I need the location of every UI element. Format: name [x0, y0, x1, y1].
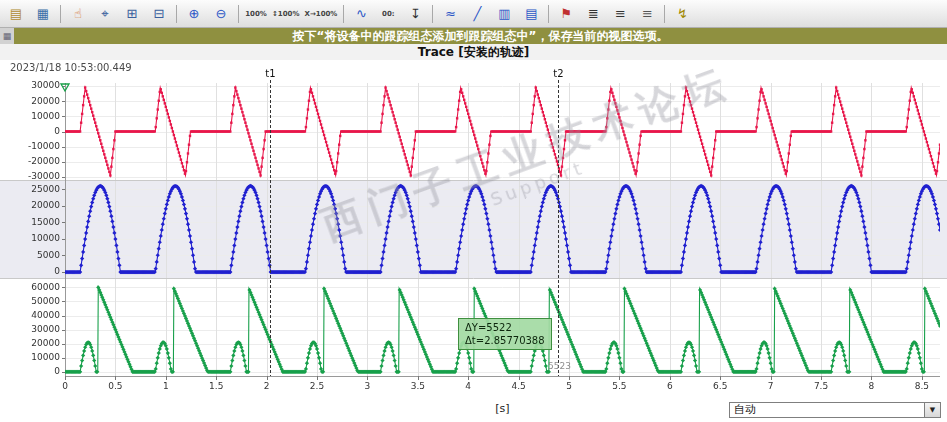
measure-extra-value: 5523	[548, 361, 571, 371]
align-left-button[interactable]: ≡	[607, 2, 633, 26]
toolbar: ▤▦☝⌖⊞⊟⊕⊖100%↕100%X→100%∿00:↧≈╱▥▤⚑≣≡≡↯	[0, 0, 947, 28]
bottom-bar: [s] 自动 ▼	[0, 400, 947, 422]
horizontal-rows-button[interactable]: ▤	[518, 2, 544, 26]
message-row: ▦ 按下“将设备中的跟踪组态添加到跟踪组态中”，保存当前的视图选项。	[0, 28, 947, 44]
fit-horizontal-button[interactable]: X→100%	[303, 2, 340, 26]
measure-cursor-button[interactable]: ⚑	[553, 2, 579, 26]
legend-button[interactable]: ≣	[580, 2, 606, 26]
page-title: Trace [安装的轨迹]	[0, 44, 947, 60]
toolbar-separator	[432, 5, 433, 23]
line-style-button[interactable]: ╱	[464, 2, 490, 26]
pan-hand-button[interactable]: ☝	[65, 2, 91, 26]
delta-t-value: Δt=2.85770388	[465, 334, 545, 347]
fit-vertical-button[interactable]: ↕100%	[270, 2, 302, 26]
zoom-area-in-button[interactable]: ⊞	[119, 2, 145, 26]
vertical-bars-button[interactable]: ▥	[491, 2, 517, 26]
export-measurement-button[interactable]: ↧	[402, 2, 428, 26]
zoom-area-out-button[interactable]: ⊟	[146, 2, 172, 26]
zoom-in-button[interactable]: ⊕	[181, 2, 207, 26]
toolbar-separator	[176, 5, 177, 23]
trace-chart-area: 2023/1/18 10:53:00.449 西门子工业技术论坛 Support…	[0, 60, 947, 400]
trigger-timestamp: 2023/1/18 10:53:00.449	[10, 62, 132, 73]
time-reference-button[interactable]: 00:	[375, 2, 401, 26]
info-message-bar: 按下“将设备中的跟踪组态添加到跟踪组态中”，保存当前的视图选项。	[14, 28, 947, 44]
sidebar-collapse-icon[interactable]: ▦	[0, 28, 14, 44]
toolbar-separator	[60, 5, 61, 23]
zoom-select-button[interactable]: ⌖	[92, 2, 118, 26]
time-scale-dropdown[interactable]: 自动 ▼	[729, 402, 941, 418]
dropdown-selected-value: 自动	[730, 403, 924, 417]
align-center-button[interactable]: ≡	[634, 2, 660, 26]
zoom-100-button[interactable]: 100%	[243, 2, 269, 26]
monitor-toggle-button[interactable]: ▦	[30, 2, 56, 26]
copy-trace-button[interactable]: ▤	[3, 2, 29, 26]
interpolation-button[interactable]: ≈	[437, 2, 463, 26]
apply-button[interactable]: ↯	[669, 2, 695, 26]
delta-y-value: ΔY=5522	[465, 321, 545, 334]
toolbar-separator	[664, 5, 665, 23]
toolbar-separator	[238, 5, 239, 23]
toolbar-separator	[343, 5, 344, 23]
signal-samples-button[interactable]: ∿	[348, 2, 374, 26]
toolbar-separator	[548, 5, 549, 23]
measurement-tooltip: ΔY=5522 Δt=2.85770388	[458, 318, 552, 350]
chevron-down-icon[interactable]: ▼	[924, 403, 940, 417]
zoom-out-button[interactable]: ⊖	[208, 2, 234, 26]
